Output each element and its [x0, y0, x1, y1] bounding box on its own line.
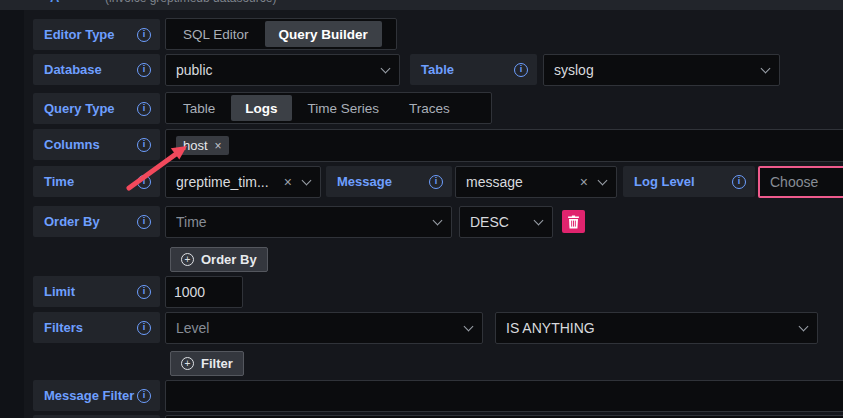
- info-icon[interactable]: i: [514, 63, 528, 77]
- option-logs[interactable]: Logs: [231, 95, 291, 121]
- database-label: Database i: [33, 54, 160, 85]
- columns-input[interactable]: host ×: [165, 129, 843, 162]
- query-builder-editor: A (invoice greptimedb datasource) Editor…: [0, 0, 843, 418]
- filter-field-select[interactable]: Level: [165, 312, 483, 344]
- clear-message-icon[interactable]: ×: [580, 175, 588, 189]
- query-header[interactable]: A (invoice greptimedb datasource): [0, 0, 843, 10]
- chevron-down-icon: [534, 215, 544, 225]
- log-level-label: Log Level i: [623, 166, 755, 197]
- query-type-label: Query Type i: [33, 93, 160, 124]
- editor-type-label: Editor Type i: [33, 19, 160, 50]
- add-filter-button[interactable]: + Filter: [170, 351, 244, 376]
- datasource-note: (invoice greptimedb datasource): [105, 0, 276, 5]
- clear-time-icon[interactable]: ×: [284, 175, 292, 189]
- filter-operator-select[interactable]: IS ANYTHING: [495, 312, 818, 344]
- limit-label: Limit i: [33, 276, 160, 307]
- order-by-label: Order By i: [33, 206, 160, 237]
- info-icon[interactable]: i: [137, 28, 151, 42]
- query-ref-id: A: [50, 0, 59, 5]
- option-table[interactable]: Table: [169, 95, 229, 121]
- option-sql-editor[interactable]: SQL Editor: [169, 21, 263, 47]
- info-icon[interactable]: i: [137, 215, 151, 229]
- info-icon[interactable]: i: [137, 321, 151, 335]
- table-label: Table i: [410, 54, 537, 85]
- message-label: Message i: [326, 166, 452, 197]
- chevron-down-icon: [464, 321, 474, 331]
- chevron-down-icon: [761, 63, 771, 73]
- info-icon[interactable]: i: [429, 175, 443, 189]
- column-tag-host[interactable]: host ×: [176, 136, 229, 155]
- remove-column-icon[interactable]: ×: [215, 140, 222, 152]
- chevron-down-icon: [381, 63, 391, 73]
- remove-order-by-button[interactable]: [562, 210, 585, 233]
- message-filter-input[interactable]: [165, 380, 843, 412]
- database-select[interactable]: public: [165, 54, 400, 86]
- limit-input[interactable]: [165, 276, 243, 308]
- table-select[interactable]: syslog: [543, 54, 780, 86]
- info-icon[interactable]: i: [137, 138, 151, 152]
- info-icon[interactable]: i: [732, 175, 746, 189]
- log-level-select[interactable]: Choose: [758, 166, 843, 198]
- editor-type-group: SQL Editor Query Builder: [165, 18, 397, 50]
- plus-icon: +: [181, 357, 194, 370]
- chevron-down-icon: [799, 321, 809, 331]
- info-icon[interactable]: i: [137, 175, 151, 189]
- message-column-select[interactable]: message ×: [455, 166, 617, 198]
- info-icon[interactable]: i: [137, 285, 151, 299]
- option-query-builder[interactable]: Query Builder: [265, 21, 382, 47]
- query-type-group: Table Logs Time Series Traces: [165, 92, 492, 124]
- message-filter-label: Message Filter i: [33, 380, 160, 411]
- plus-icon: +: [181, 253, 194, 266]
- trash-icon: [567, 215, 580, 229]
- info-icon[interactable]: i: [137, 389, 151, 403]
- columns-label: Columns i: [33, 129, 160, 160]
- time-label: Time i: [33, 166, 160, 197]
- chevron-down-icon: [598, 175, 608, 185]
- time-column-select[interactable]: greptime_tim... ×: [165, 166, 321, 198]
- add-order-by-button[interactable]: + Order By: [170, 247, 268, 272]
- option-traces[interactable]: Traces: [395, 95, 464, 121]
- info-icon[interactable]: i: [137, 63, 151, 77]
- option-time-series[interactable]: Time Series: [294, 95, 394, 121]
- left-gutter: [0, 10, 24, 418]
- order-by-field-select[interactable]: Time: [165, 206, 452, 238]
- filters-label: Filters i: [33, 312, 160, 343]
- order-by-direction-select[interactable]: DESC: [459, 206, 553, 238]
- info-icon[interactable]: i: [137, 102, 151, 116]
- chevron-down-icon: [302, 175, 312, 185]
- chevron-down-icon: [433, 215, 443, 225]
